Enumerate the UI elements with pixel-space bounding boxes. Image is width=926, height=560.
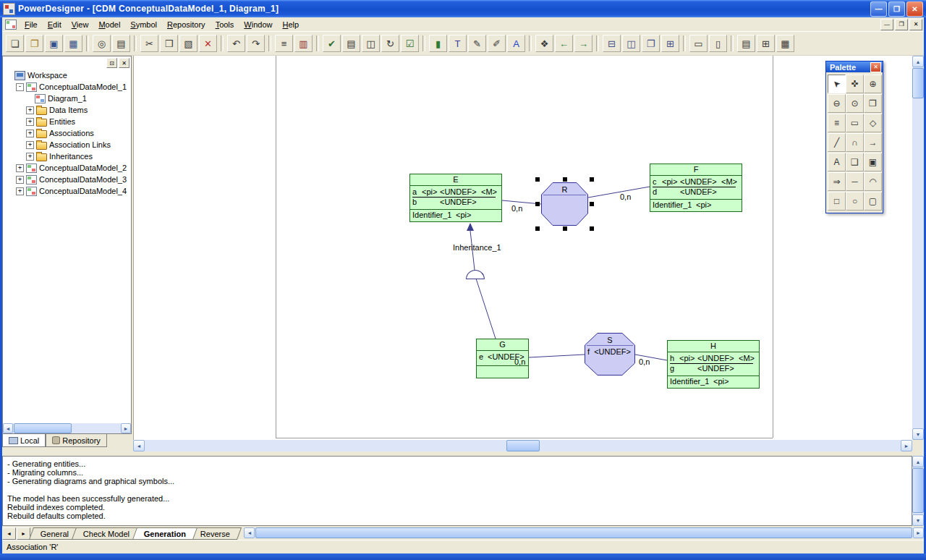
grabber-tool-button[interactable]: ✜ bbox=[846, 75, 864, 93]
tree-item-conceptualdatamodel-1[interactable]: -ConceptualDataModel_1 bbox=[3, 81, 131, 93]
properties-tool-button[interactable]: ≡ bbox=[828, 114, 846, 132]
tab-repository[interactable]: Repository bbox=[46, 434, 107, 447]
cardinality-label[interactable]: 0,n bbox=[514, 357, 525, 366]
zoom-out-tool-button[interactable]: ⊖ bbox=[828, 94, 846, 113]
line-tool-button[interactable]: ─ bbox=[846, 172, 864, 191]
tree-item-inheritances[interactable]: +Inheritances bbox=[3, 150, 131, 162]
entity-tool-button[interactable]: ▭ bbox=[846, 114, 864, 132]
minimize-button[interactable]: — bbox=[870, 1, 887, 17]
selection-handle[interactable] bbox=[590, 226, 594, 231]
cardinality-label[interactable]: 0,n bbox=[639, 357, 650, 366]
menu-file[interactable]: File bbox=[20, 19, 43, 30]
scroll-thumb[interactable] bbox=[912, 468, 924, 513]
mdi-minimize-button[interactable]: — bbox=[880, 19, 893, 30]
glossary-button[interactable]: ▥ bbox=[294, 35, 313, 52]
expand-toggle[interactable]: + bbox=[16, 187, 24, 195]
cardinality-label[interactable]: 0,n bbox=[620, 192, 631, 201]
cascade-button[interactable]: ❐ bbox=[642, 35, 660, 52]
scroll-thumb[interactable] bbox=[14, 423, 72, 433]
tab-check-model[interactable]: Check Model bbox=[72, 527, 141, 540]
tab-local[interactable]: Local bbox=[2, 434, 46, 447]
cardinality-label[interactable]: 0,n bbox=[511, 204, 522, 213]
global-view-tool-button[interactable]: ⊙ bbox=[846, 94, 864, 113]
database-button[interactable]: ▮ bbox=[429, 35, 447, 52]
close-panel-button[interactable]: ✕ bbox=[119, 58, 129, 68]
scroll-down-arrow[interactable]: ▼ bbox=[912, 428, 924, 440]
open-button[interactable]: ❐ bbox=[25, 35, 43, 52]
menu-repository[interactable]: Repository bbox=[162, 19, 211, 30]
selection-handle[interactable] bbox=[563, 226, 567, 231]
close-button[interactable]: ✕ bbox=[906, 1, 923, 17]
pencil-button[interactable]: ✎ bbox=[468, 35, 486, 52]
tile-vertical-button[interactable]: ◫ bbox=[622, 35, 640, 52]
show-grid-button[interactable]: ⊞ bbox=[757, 35, 775, 52]
palette-close-button[interactable]: ✕ bbox=[870, 62, 881, 72]
scroll-right-arrow[interactable]: ► bbox=[913, 527, 924, 538]
show-symbols-button[interactable]: ▤ bbox=[737, 35, 755, 52]
selection-handle[interactable] bbox=[535, 177, 540, 182]
tile-horizontal-button[interactable]: ⊟ bbox=[603, 35, 621, 52]
selection-handle[interactable] bbox=[535, 226, 540, 231]
delete-button[interactable]: ✕ bbox=[199, 35, 217, 52]
scroll-left-arrow[interactable]: ◄ bbox=[3, 423, 13, 433]
selection-handle[interactable] bbox=[563, 177, 567, 182]
open-diagram-tool-button[interactable]: ❐ bbox=[864, 94, 882, 113]
scroll-thumb[interactable] bbox=[255, 527, 912, 538]
tree-item-entities[interactable]: +Entities bbox=[3, 116, 131, 127]
expand-toggle[interactable]: + bbox=[26, 141, 34, 149]
text-tool-button[interactable]: A bbox=[828, 153, 846, 171]
association-link-tool-button[interactable]: → bbox=[864, 133, 882, 152]
tree-item-associations[interactable]: +Associations bbox=[3, 127, 131, 139]
align-top-button[interactable]: ▯ bbox=[709, 35, 727, 52]
maximize-button[interactable]: ❐ bbox=[888, 1, 905, 17]
inheritance-tool-button[interactable]: ∩ bbox=[846, 133, 864, 152]
scroll-thumb[interactable] bbox=[912, 68, 924, 98]
diagram-canvas[interactable]: 0,n0,n0,n0,nInheritance_1Ea<pi><UNDEF><M… bbox=[133, 56, 912, 440]
print-button[interactable]: ▤ bbox=[112, 35, 130, 52]
scroll-up-arrow[interactable]: ▲ bbox=[912, 456, 924, 467]
tree-item-conceptualdatamodel-4[interactable]: +ConceptualDataModel_4 bbox=[3, 185, 131, 197]
output-hscrollbar[interactable]: ◄► bbox=[244, 527, 924, 538]
undo-button[interactable]: ↶ bbox=[227, 35, 245, 52]
entity-symbol-e[interactable]: Ea<pi><UNDEF><M>b<UNDEF>Identifier_1<pi> bbox=[409, 174, 502, 222]
properties-button[interactable]: ≡ bbox=[275, 35, 293, 52]
new-button[interactable]: ❏ bbox=[6, 35, 24, 52]
selection-handle[interactable] bbox=[590, 177, 594, 182]
tab-generation[interactable]: Generation bbox=[132, 527, 197, 540]
expand-toggle[interactable]: + bbox=[16, 176, 24, 184]
menu-help[interactable]: Help bbox=[277, 19, 304, 30]
palette-title-bar[interactable]: Palette ✕ bbox=[826, 61, 883, 72]
tree-item-diagram-1[interactable]: Diagram_1 bbox=[3, 93, 131, 104]
expand-toggle[interactable]: + bbox=[26, 106, 34, 114]
expand-toggle[interactable]: - bbox=[16, 83, 24, 91]
tabs-scroll-left-button[interactable]: ◄ bbox=[2, 527, 16, 540]
ellipse-tool-button[interactable]: ○ bbox=[846, 192, 864, 211]
paste-button[interactable]: ▧ bbox=[179, 35, 197, 52]
tab-reverse[interactable]: Reverse bbox=[189, 527, 242, 540]
save-button[interactable]: ▣ bbox=[45, 35, 63, 52]
compare-models-button[interactable]: ◫ bbox=[362, 35, 380, 52]
brush-button[interactable]: ✐ bbox=[488, 35, 506, 52]
menu-view[interactable]: View bbox=[67, 19, 94, 30]
format-painter-button[interactable]: ❖ bbox=[535, 35, 553, 52]
association-symbol-r[interactable]: R bbox=[541, 182, 588, 226]
scroll-right-arrow[interactable]: ► bbox=[121, 423, 131, 433]
association-tool-button[interactable]: ◇ bbox=[864, 114, 882, 132]
mdi-close-button[interactable]: ✕ bbox=[909, 19, 922, 30]
rounded-rectangle-tool-button[interactable]: ▢ bbox=[864, 192, 882, 211]
scroll-thumb[interactable] bbox=[506, 440, 540, 451]
expand-toggle[interactable]: + bbox=[26, 130, 34, 137]
arc-tool-button[interactable]: ◠ bbox=[864, 172, 882, 191]
model-report-button[interactable]: ▤ bbox=[342, 35, 360, 52]
expand-toggle[interactable]: + bbox=[16, 164, 24, 172]
menu-window[interactable]: Window bbox=[239, 19, 277, 30]
menu-model[interactable]: Model bbox=[93, 19, 125, 30]
scroll-left-arrow[interactable]: ◄ bbox=[244, 527, 255, 538]
validate-button[interactable]: ☑ bbox=[401, 35, 419, 52]
align-left-button[interactable]: ▭ bbox=[689, 35, 708, 52]
canvas-hscrollbar[interactable]: ◄ ► bbox=[133, 440, 912, 451]
copy-button[interactable]: ❒ bbox=[160, 35, 178, 52]
menu-edit[interactable]: Edit bbox=[43, 19, 67, 30]
scroll-down-arrow[interactable]: ▼ bbox=[912, 514, 924, 526]
relationship-tool-button[interactable]: ╱ bbox=[828, 133, 846, 152]
